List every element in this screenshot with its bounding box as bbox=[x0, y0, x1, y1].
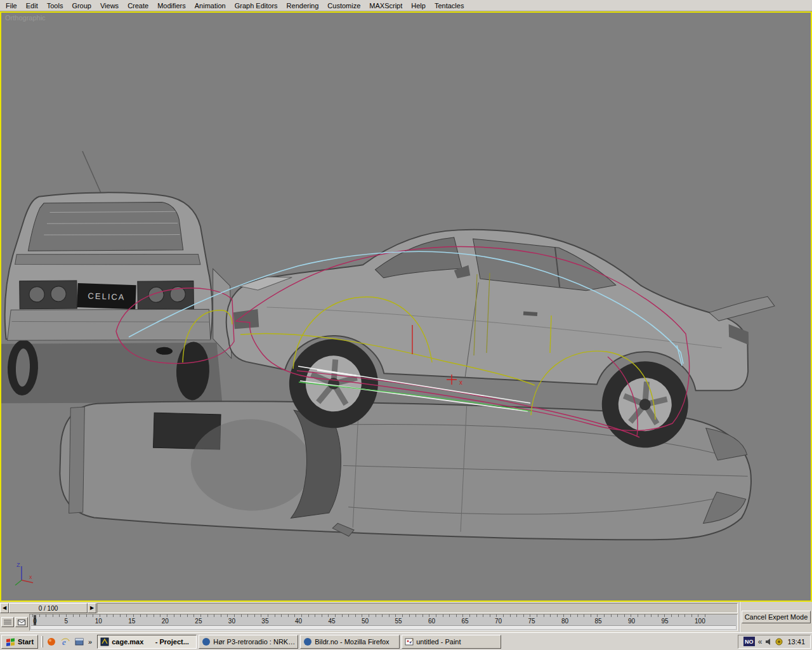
track-bar-ruler[interactable]: 0510152025303540455055606570758085909510… bbox=[29, 614, 738, 631]
time-slider-track[interactable] bbox=[97, 603, 738, 613]
timeline-tick-label: 5 bbox=[63, 615, 69, 625]
grid-lines-icon bbox=[4, 620, 11, 625]
menu-item[interactable]: Help bbox=[407, 1, 430, 10]
timeline-tick-label: 40 bbox=[295, 615, 302, 625]
gizmo-x-label: x bbox=[459, 379, 462, 386]
timeline-tick-label: 100 bbox=[695, 615, 705, 625]
task-label: untitled - Paint bbox=[416, 638, 461, 646]
tray-collapse-chevron[interactable]: « bbox=[758, 637, 763, 646]
taskbar-clock: 13:41 bbox=[786, 638, 805, 646]
task-buttons: cage.max - Project... Hør P3-retroradio … bbox=[97, 635, 501, 649]
taskbar-task-cage-max[interactable]: cage.max - Project... bbox=[97, 635, 197, 649]
task-label: Bildr.no - Mozilla Firefox bbox=[315, 638, 389, 646]
timeline-tick-label: 25 bbox=[195, 615, 202, 625]
time-controls-strip: ◀ 0 / 100 ▶ 0510152025303540455055606570… bbox=[0, 602, 812, 632]
windows-taskbar: Start e » cage.max - Project... H bbox=[0, 632, 812, 650]
firefox-icon bbox=[303, 637, 312, 646]
timeline-tick-label: 65 bbox=[461, 615, 468, 625]
task-label: Hør P3-retroradio : NRK ... bbox=[213, 638, 295, 646]
menu-item[interactable]: Graph Editors bbox=[230, 1, 282, 10]
timeline-tick-label: 85 bbox=[595, 615, 602, 625]
time-slider-right-arrow[interactable]: ▶ bbox=[88, 603, 96, 613]
paint-icon bbox=[405, 637, 414, 646]
viewport-label[interactable]: Orthographic bbox=[5, 14, 46, 22]
system-tray: NO « 13:41 bbox=[738, 635, 811, 649]
timeline-tick-label: 70 bbox=[495, 615, 502, 625]
expert-mode-panel: Cancel Expert Mode bbox=[739, 602, 812, 632]
viewport-canvas: CELICA bbox=[1, 13, 811, 600]
taskbar-task-bildr-firefox[interactable]: Bildr.no - Mozilla Firefox bbox=[300, 635, 400, 649]
cancel-expert-mode-button[interactable]: Cancel Expert Mode bbox=[742, 611, 811, 623]
track-bar-lane bbox=[31, 625, 736, 629]
quick-launch-bar: e » bbox=[45, 635, 93, 648]
timeline-tick-label: 50 bbox=[362, 615, 369, 625]
volume-icon[interactable] bbox=[765, 638, 772, 646]
timeline-tick-label: 45 bbox=[328, 615, 335, 625]
menu-item[interactable]: File bbox=[1, 1, 22, 10]
menu-item[interactable]: Tentacles bbox=[430, 1, 468, 10]
task-label: cage.max - Project... bbox=[112, 638, 189, 646]
timeline-tick-label: 15 bbox=[128, 615, 135, 625]
menu-item[interactable]: Customize bbox=[323, 1, 365, 10]
quick-launch-handle[interactable] bbox=[41, 636, 43, 647]
timeline-tick-label: 75 bbox=[528, 615, 535, 625]
timeline-tick-label: 20 bbox=[162, 615, 169, 625]
timeline-tick-label: 90 bbox=[628, 615, 635, 625]
menu-item[interactable]: Animation bbox=[190, 1, 230, 10]
start-label: Start bbox=[18, 638, 34, 646]
quick-launch-app-icon-1[interactable] bbox=[45, 635, 58, 648]
timeline-tick-label: 60 bbox=[428, 615, 435, 625]
3dsmax-icon bbox=[100, 637, 109, 646]
taskbar-task-nrk-radio[interactable]: Hør P3-retroradio : NRK ... bbox=[199, 635, 298, 649]
axis-x-label: x bbox=[29, 574, 32, 580]
timeline-tick-label: 80 bbox=[561, 615, 568, 625]
taskbar-task-paint[interactable]: untitled - Paint bbox=[402, 635, 501, 649]
world-axis-tripod: Z x bbox=[15, 562, 33, 585]
envelope-icon bbox=[18, 620, 25, 625]
menu-item[interactable]: Tools bbox=[43, 1, 68, 10]
menu-item[interactable]: Rendering bbox=[282, 1, 324, 10]
menu-item[interactable]: MAXScript bbox=[365, 1, 407, 10]
license-plate-text: CELICA bbox=[88, 291, 125, 302]
timeline-tick-label: 10 bbox=[95, 615, 102, 625]
track-bar-toggle-button[interactable] bbox=[15, 617, 28, 627]
menu-item[interactable]: Views bbox=[96, 1, 123, 10]
quick-launch-app-icon-2[interactable] bbox=[73, 635, 86, 648]
menu-item[interactable]: Modifiers bbox=[153, 1, 190, 10]
menu-item[interactable]: Create bbox=[123, 1, 153, 10]
internet-explorer-icon[interactable]: e bbox=[59, 635, 72, 648]
language-indicator[interactable]: NO bbox=[743, 637, 755, 646]
orthographic-viewport[interactable]: Orthographic CELICA bbox=[0, 11, 812, 602]
menu-bar: FileEditToolsGroupViewsCreateModifiersAn… bbox=[0, 0, 812, 11]
axis-z-label: Z bbox=[16, 562, 20, 568]
windows-flag-icon bbox=[6, 637, 16, 646]
menu-item[interactable]: Edit bbox=[22, 1, 43, 10]
menu-item[interactable]: Group bbox=[67, 1, 96, 10]
firefox-icon bbox=[202, 637, 211, 646]
time-slider[interactable]: 0 / 100 bbox=[9, 603, 88, 613]
timeline-tick-label: 95 bbox=[662, 615, 669, 625]
timeline-tick-label: 35 bbox=[261, 615, 268, 625]
timeline-tick-label: 30 bbox=[228, 615, 235, 625]
mini-listener-button[interactable] bbox=[1, 617, 14, 627]
time-slider-left-arrow[interactable]: ◀ bbox=[0, 603, 9, 613]
start-button[interactable]: Start bbox=[1, 635, 38, 649]
rear-view-car-photo: CELICA bbox=[1, 149, 239, 412]
tray-app-icon[interactable] bbox=[775, 638, 783, 646]
quick-launch-overflow-chevron[interactable]: » bbox=[87, 638, 93, 646]
timeline-tick-label: 0 bbox=[32, 615, 37, 625]
timeline-tick-label: 55 bbox=[395, 615, 402, 625]
